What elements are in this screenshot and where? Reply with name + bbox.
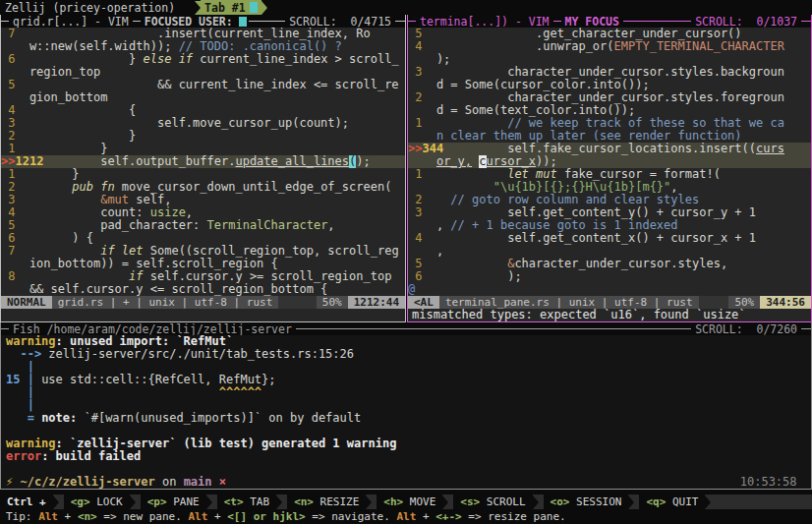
key-label: SCROLL — [480, 495, 525, 508]
line: error: build failed — [1, 450, 811, 463]
code-lines[interactable]: 5 .get_character_under_cursor() 4 .unwra… — [408, 28, 811, 296]
text-segment: pad_character: — [43, 219, 206, 232]
text-segment: ( — [349, 155, 356, 168]
editor-buffer[interactable]: 5 .get_character_under_cursor() 4 .unwra… — [408, 28, 811, 321]
line[interactable]: 2 character_under_cursor.styles.foregrou… — [408, 91, 811, 104]
text-segment: Alt — [188, 510, 207, 523]
line[interactable]: 7 if let Some((scroll_region_top, scroll… — [1, 245, 405, 258]
text-segment: ~/c/z/zellij-server — [20, 476, 154, 489]
text-segment — [408, 181, 493, 194]
text-segment: 6 — [408, 270, 450, 283]
text-segment — [408, 155, 436, 168]
keybind-move[interactable]: <h> MOVE — [377, 495, 442, 509]
line[interactable]: 5 pad_character: TerminalCharacter, — [1, 219, 405, 232]
text-segment: 1 — [1, 168, 43, 181]
line[interactable]: 1 let mut fake_cursor = format!( — [408, 168, 811, 181]
tab-1[interactable]: Tab #1 — [201, 0, 261, 15]
text-segment: 3 — [408, 206, 450, 219]
line[interactable]: >>344 self.fake_cursor_locations.insert(… — [408, 143, 811, 155]
text-segment — [43, 181, 72, 194]
text-segment: 5 — [1, 79, 43, 91]
line[interactable]: region_top — [1, 66, 405, 79]
text-segment: ); — [450, 270, 521, 283]
key-hint: <o> — [551, 495, 570, 508]
editor-buffer[interactable]: 7 .insert(current_line_index, Ro w::new(… — [1, 28, 405, 321]
line[interactable]: n clear them up later (see render functi… — [408, 130, 811, 143]
line[interactable]: 5 && current_line_index <= scroll_re — [1, 79, 405, 91]
text-segment — [212, 476, 219, 489]
line[interactable]: 2 pub fn move_cursor_down_until_edge_of_… — [1, 181, 405, 194]
text-segment: <n> — [78, 510, 97, 523]
frame-line — [296, 322, 691, 335]
line[interactable]: 5 .get_character_under_cursor() — [408, 28, 811, 40]
line — [1, 425, 811, 437]
line[interactable]: 8 if self.cursor.y >= scroll_region_top — [1, 270, 405, 283]
pane-terminal-pane-rs[interactable]: termina[...]) - VIM MY FOCUS SCROLL: 0/1… — [407, 15, 812, 322]
line[interactable]: 3 character_under_cursor.styles.backgrou… — [408, 66, 811, 79]
line[interactable]: 1 } — [1, 143, 405, 155]
keybind-quit[interactable]: <q> QUIT — [639, 495, 705, 509]
keybind-lock[interactable]: <g> LOCK — [64, 495, 130, 509]
line[interactable]: 2 // goto row column and clear styles — [408, 194, 811, 206]
text-segment: curs — [756, 143, 784, 155]
line[interactable]: 1 // we keep track of these so that we c… — [408, 117, 811, 130]
keybind-tab[interactable]: <t> TAB — [217, 495, 276, 509]
text-segment: // + 1 because goto is 1 indexed — [450, 219, 677, 232]
text-segment: } — [43, 130, 136, 143]
frame-line — [1, 322, 9, 335]
line[interactable]: 2 } — [1, 130, 405, 143]
line[interactable]: gion_bottom — [1, 91, 405, 104]
code-lines[interactable]: 7 .insert(current_line_index, Ro w::new(… — [1, 28, 405, 296]
text-segment: 2 — [1, 130, 43, 143]
collaborator-color-indicator — [239, 17, 247, 27]
text-segment — [43, 270, 129, 283]
line[interactable]: "\u{1b}[{};{}H\u{1b}[m{}", — [408, 181, 811, 194]
line[interactable]: 4 self.get_content_x() + cursor_x + 1 — [408, 232, 811, 245]
text-segment: self.fake_cursor_locations.insert(( — [443, 143, 756, 155]
text-segment: n clear them up later (see render functi… — [408, 130, 742, 143]
cursor-position: 1212:44 — [348, 296, 405, 309]
modifier-prefix: Ctrl + — [0, 495, 53, 509]
line[interactable]: d = Some(cursor_color.into()); — [408, 79, 811, 91]
line[interactable]: w::new(self.width)); // TODO: .canonical… — [1, 40, 405, 53]
line[interactable]: 4 { — [1, 104, 405, 117]
keybind-session[interactable]: <o> SESSION — [544, 495, 629, 509]
line[interactable]: 6 } else if current_line_index > scroll_ — [1, 53, 405, 66]
line[interactable]: 6 ) { — [1, 232, 405, 245]
text-segment: let mut — [507, 168, 557, 181]
line[interactable]: 3 self.move_cursor_up(count); — [1, 117, 405, 130]
line[interactable]: 1 } — [1, 168, 405, 181]
key-label: MOVE — [403, 495, 435, 508]
line[interactable]: >>1212 self.output_buffer.update_all_lin… — [1, 155, 405, 168]
text-segment: { — [43, 104, 136, 117]
tab-bar: Zellij (pricey-operation) Tab #1 — [0, 0, 812, 15]
text-segment: // goto row column and clear styles — [450, 194, 699, 206]
keybind-pane[interactable]: <p> PANE — [141, 495, 206, 509]
line[interactable]: , // + 1 because goto is 1 indexed — [408, 219, 811, 232]
separator-arrow-icon — [53, 495, 59, 509]
line[interactable]: 4 .unwrap_or(EMPTY_TERMINAL_CHARACTER — [408, 40, 811, 53]
key-label: PANE — [167, 495, 200, 508]
keybind-resize[interactable]: <n> RESIZE — [287, 495, 366, 509]
line[interactable]: && self.cursor.y <= scroll_region_bottom… — [1, 283, 405, 296]
text-segment: && current_line_index <= scroll_re — [43, 79, 398, 91]
line[interactable]: 4 count: usize, — [1, 206, 405, 219]
line[interactable]: @ — [408, 283, 811, 296]
line[interactable]: d = Some(text_color.into()); — [408, 104, 811, 117]
pane-grid-rs[interactable]: grid.r[...] - VIM FOCUSED USER: SCROLL: … — [0, 15, 406, 322]
text-segment: Tip: — [6, 510, 38, 523]
line[interactable]: ion_bottom)) = self.scroll_region { — [1, 258, 405, 270]
line[interactable]: ); — [408, 53, 811, 66]
terminal-output[interactable]: warning: unused import: `RefMut` --> zel… — [1, 335, 811, 489]
line[interactable]: 3 &mut self, — [1, 194, 405, 206]
line[interactable]: 7 .insert(current_line_index, Ro — [1, 28, 405, 40]
line[interactable]: 6 ); — [408, 270, 811, 283]
line: | — [1, 361, 811, 374]
line[interactable]: 5 &character_under_cursor.styles, — [408, 258, 811, 270]
line[interactable]: , — [408, 245, 811, 258]
keybind-scroll[interactable]: <s> SCROLL — [453, 495, 532, 509]
pane-fish-shell[interactable]: Fish /home/aram/code/zellij/zellij-serve… — [0, 322, 812, 490]
line[interactable]: 3 self.get_content_y() + cursor_y + 1 — [408, 206, 811, 219]
line[interactable]: or_y, cursor_x)); — [408, 155, 811, 168]
text-segment: gion_bottom — [1, 91, 107, 104]
